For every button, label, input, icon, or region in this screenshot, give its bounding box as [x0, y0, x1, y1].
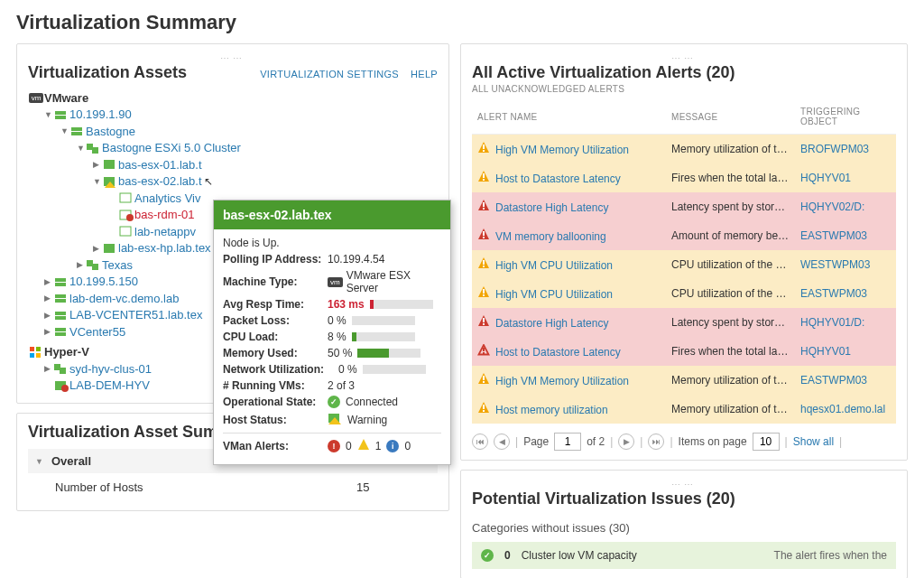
- expand-icon[interactable]: ▶: [44, 327, 53, 336]
- alerts-panel: ⋯⋯ All Active Virtualization Alerts (20)…: [460, 43, 908, 461]
- expand-icon[interactable]: ▶: [93, 244, 102, 253]
- collapse-icon[interactable]: ▼: [77, 144, 86, 153]
- value: VMware ESX Server: [346, 269, 441, 294]
- alert-name[interactable]: Host to Datastore Latency: [495, 172, 621, 185]
- label: Page: [523, 435, 549, 448]
- col-triggering-object[interactable]: TRIGGERING OBJECT: [795, 99, 896, 135]
- alert-row[interactable]: Host to Datastore LatencyFires when the …: [472, 163, 896, 192]
- severity-icon: [477, 373, 490, 385]
- svg-rect-20: [55, 312, 66, 315]
- triggering-object[interactable]: HQHYV01/D:: [795, 308, 896, 337]
- alert-row[interactable]: Datastore High LatencyLatency spent by s…: [472, 192, 896, 221]
- tree-label: syd-hyv-clus-01: [69, 362, 152, 376]
- svg-rect-4: [87, 144, 93, 150]
- alert-message: Amount of memory being used f...: [666, 221, 795, 250]
- triggering-object[interactable]: BROFWPM03: [795, 135, 896, 164]
- alert-name[interactable]: High VM Memory Utilization: [495, 144, 629, 156]
- triggering-object[interactable]: HQHYV02/D:: [795, 192, 896, 221]
- label: # Running VMs:: [223, 379, 328, 392]
- help-link[interactable]: HELP: [411, 69, 438, 79]
- triggering-object[interactable]: EASTWPM03: [795, 279, 896, 308]
- alert-name[interactable]: Host to Datastore Latency: [495, 346, 621, 359]
- collapse-icon[interactable]: ▼: [35, 457, 44, 466]
- triggering-object[interactable]: EASTWPM03: [795, 221, 896, 250]
- collapse-icon[interactable]: ▼: [60, 126, 69, 135]
- svg-rect-49: [483, 266, 485, 267]
- svg-rect-18: [55, 294, 66, 298]
- alert-message: Memory utilization of the Host is...: [666, 395, 795, 424]
- alert-row[interactable]: Datastore High LatencyLatency spent by s…: [472, 308, 896, 337]
- tree-label: Hyper-V: [44, 345, 89, 359]
- alerts-table: ALERT NAME MESSAGE TRIGGERING OBJECT Hig…: [472, 99, 896, 424]
- alert-row[interactable]: High VM Memory UtilizationMemory utiliza…: [472, 366, 896, 395]
- next-page-button[interactable]: ▶: [618, 434, 634, 450]
- alert-name[interactable]: Host memory utilization: [495, 404, 608, 416]
- expand-icon[interactable]: ▶: [93, 160, 102, 169]
- alert-row[interactable]: Host memory utilizationMemory utilizatio…: [472, 395, 896, 424]
- value: Connected: [346, 396, 398, 408]
- alert-message: Fires when the total latency betw...: [666, 163, 795, 192]
- tree-node[interactable]: ▶ bas-esx-01.lab.t: [28, 156, 438, 173]
- issue-row[interactable]: ✓ 0 Cluster low VM capacity The alert fi…: [472, 542, 896, 569]
- prev-page-button[interactable]: ◀: [494, 434, 510, 450]
- panel-drag-handle-icon[interactable]: ⋯⋯: [472, 53, 896, 63]
- alert-name[interactable]: High VM CPU Utilization: [495, 288, 613, 301]
- show-all-link[interactable]: Show all: [793, 435, 834, 448]
- tree-label: lab-esx-hp.lab.tex: [118, 241, 211, 255]
- svg-rect-52: [483, 294, 485, 296]
- page-input[interactable]: [554, 433, 581, 451]
- collapse-icon[interactable]: ▼: [93, 177, 102, 186]
- last-page-button[interactable]: ⏭: [648, 434, 664, 450]
- categories-without-issues[interactable]: Categories without issues (30): [472, 521, 896, 535]
- host-warning-icon: [102, 174, 118, 189]
- panel-drag-handle-icon[interactable]: ⋯⋯: [28, 53, 438, 63]
- items-per-page-input[interactable]: [753, 433, 780, 451]
- alert-name[interactable]: Datastore High Latency: [495, 317, 608, 330]
- alert-row[interactable]: High VM Memory UtilizationMemory utiliza…: [472, 135, 896, 164]
- col-alert-name[interactable]: ALERT NAME: [472, 99, 666, 135]
- hyperv-icon: [28, 345, 44, 359]
- alert-name[interactable]: Datastore High Latency: [495, 201, 608, 214]
- expand-icon[interactable]: ▶: [44, 294, 53, 303]
- collapse-icon[interactable]: ▼: [44, 110, 53, 119]
- alert-row[interactable]: High VM CPU UtilizationCPU utilization o…: [472, 279, 896, 308]
- svg-rect-46: [483, 237, 485, 238]
- svg-rect-57: [483, 348, 485, 351]
- svg-rect-26: [30, 353, 34, 358]
- expand-icon[interactable]: ▶: [44, 364, 53, 373]
- tree-label: Bastogne: [86, 125, 135, 138]
- alert-row[interactable]: VM memory ballooningAmount of memory bei…: [472, 221, 896, 250]
- label: of 2: [587, 435, 605, 448]
- triggering-object[interactable]: HQHYV01: [795, 163, 896, 192]
- tree-node[interactable]: ▼ 10.199.1.90: [28, 107, 438, 124]
- label: Avg Resp Time:: [223, 298, 328, 311]
- label: Machine Type:: [223, 275, 328, 288]
- expand-icon[interactable]: ▶: [44, 311, 53, 320]
- expand-icon[interactable]: ▶: [77, 260, 86, 269]
- datacenter-icon: [53, 107, 69, 122]
- triggering-object[interactable]: EASTWPM03: [795, 366, 896, 395]
- alert-row[interactable]: Host to Datastore LatencyFires when the …: [472, 337, 896, 366]
- triggering-object[interactable]: WESTWPM03: [795, 250, 896, 279]
- triggering-object[interactable]: HQHYV01: [795, 337, 896, 366]
- svg-point-31: [61, 385, 69, 392]
- alert-name[interactable]: High VM CPU Utilization: [495, 259, 613, 272]
- col-message[interactable]: MESSAGE: [666, 99, 795, 135]
- tree-vendor-vmware[interactable]: vm VMware: [28, 89, 438, 107]
- tree-node[interactable]: ▼ Bastogne ESXi 5.0 Cluster: [28, 140, 438, 157]
- virtualization-settings-link[interactable]: VIRTUALIZATION SETTINGS: [260, 69, 399, 79]
- severity-icon: [477, 315, 490, 327]
- svg-rect-1: [55, 116, 66, 119]
- triggering-object[interactable]: hqesx01.demo.lal: [795, 395, 896, 424]
- alert-name[interactable]: High VM Memory Utilization: [495, 375, 629, 387]
- tree-node[interactable]: ▼ Bastogne: [28, 123, 438, 140]
- expand-icon[interactable]: ▶: [44, 277, 53, 286]
- alert-row[interactable]: High VM CPU UtilizationCPU utilization o…: [472, 250, 896, 279]
- assets-panel-title: Virtualization Assets: [28, 63, 187, 82]
- svg-rect-27: [36, 353, 41, 358]
- tree-node-hover[interactable]: ▼ bas-esx-02.lab.t ↖: [28, 173, 438, 191]
- first-page-button[interactable]: ⏮: [472, 434, 488, 450]
- panel-drag-handle-icon[interactable]: ⋯⋯: [472, 480, 896, 489]
- alert-name[interactable]: VM memory ballooning: [495, 230, 606, 243]
- severity-icon: [477, 171, 490, 182]
